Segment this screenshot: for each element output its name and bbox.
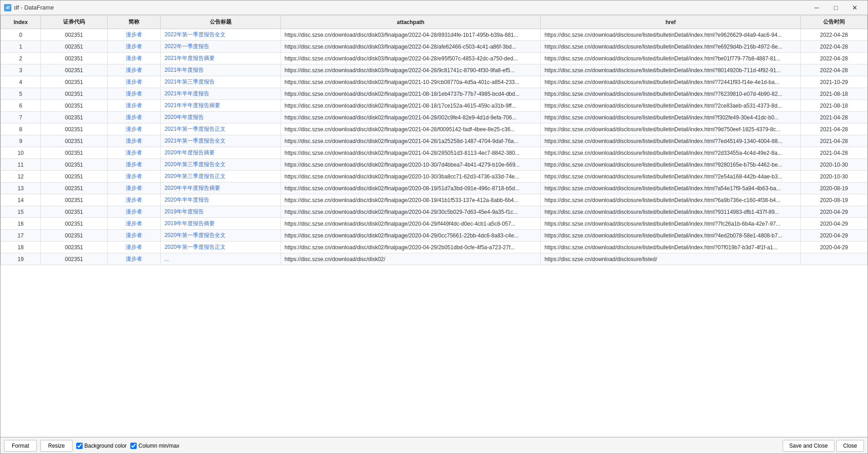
- maximize-button[interactable]: □: [827, 2, 845, 13]
- table-cell: 16: [1, 218, 41, 230]
- window-title: df - DataFrame: [14, 4, 54, 11]
- table-cell: https://disc.szse.cn/download/disclosure…: [541, 100, 801, 112]
- table-cell: 002351: [41, 53, 108, 64]
- table-cell: 2021-04-28: [801, 135, 868, 147]
- table-cell: https://disc.szse.cn/download/disc/disk0…: [281, 123, 541, 135]
- table-cell: 2020-08-19: [801, 183, 868, 194]
- table-cell: 2021-08-18: [801, 100, 868, 112]
- table-row: 8002351漫步者2021年第一季度报告正文https://disc.szse…: [1, 123, 868, 135]
- table-cell: 2020-08-19: [801, 194, 868, 206]
- format-button[interactable]: Format: [4, 440, 37, 452]
- table-cell: 2022-04-28: [801, 53, 868, 64]
- table-cell: https://disc.szse.cn/download/disclosure…: [541, 171, 801, 183]
- table-cell: 18: [1, 242, 41, 253]
- table-cell: 5: [1, 88, 41, 100]
- table-cell: 漫步者: [107, 206, 160, 218]
- col-header-href: href: [541, 15, 801, 29]
- table-cell: 3: [1, 64, 41, 76]
- table-cell: 002351: [41, 194, 108, 206]
- table-cell: 2020-04-29: [801, 230, 868, 242]
- table-cell: https://disc.szse.cn/download/disclosure…: [541, 218, 801, 230]
- table-cell: 2021-04-28: [801, 123, 868, 135]
- table-cell: https://disc.szse.cn/download/disc/disk0…: [281, 147, 541, 159]
- table-cell: 漫步者: [107, 29, 160, 41]
- table-cell: 2021年年度报告摘要: [161, 53, 281, 64]
- save-close-button[interactable]: Save and Close: [783, 440, 835, 452]
- table-cell: 002351: [41, 253, 108, 265]
- table-cell: https://disc.szse.cn/download/disc/disk0…: [281, 159, 541, 171]
- table-cell: 19: [1, 253, 41, 265]
- table-cell: 漫步者: [107, 194, 160, 206]
- table-cell: 2020年年度报告: [161, 112, 281, 123]
- bg-color-checkbox[interactable]: [76, 443, 83, 449]
- table-cell: 2020年第三季度报告全文: [161, 159, 281, 171]
- table-cell: https://disc.szse.cn/download/disc/disk0…: [281, 100, 541, 112]
- table-cell: 002351: [41, 242, 108, 253]
- table-row: 3002351漫步者2021年年度报告https://disc.szse.cn/…: [1, 64, 868, 76]
- table-cell: https://disc.szse.cn/download/disc/disk0…: [281, 53, 541, 64]
- col-minmax-checkbox-label[interactable]: Column min/max: [130, 443, 179, 449]
- table-cell: 11: [1, 159, 41, 171]
- table-cell: 002351: [41, 100, 108, 112]
- minimize-button[interactable]: ─: [808, 2, 826, 13]
- table-cell: 10: [1, 147, 41, 159]
- table-row: 19002351漫步者...https://disc.szse.cn/downl…: [1, 253, 868, 265]
- table-cell: 2020-04-29: [801, 218, 868, 230]
- table-container[interactable]: Index 证券代码 简称 公告标题 attachpath href 公告时间 …: [0, 15, 868, 437]
- table-body: 0002351漫步者2022年第一季度报告全文https://disc.szse…: [1, 29, 868, 265]
- table-cell: 2020-10-30: [801, 159, 868, 171]
- app-icon: df: [4, 4, 11, 11]
- table-row: 4002351漫步者2021年第三季度报告https://disc.szse.c…: [1, 76, 868, 88]
- table-row: 17002351漫步者2020年第一季度报告全文https://disc.szs…: [1, 230, 868, 242]
- table-cell: 2022-04-28: [801, 64, 868, 76]
- table-cell: 2019年年度报告: [161, 206, 281, 218]
- col-minmax-checkbox[interactable]: [130, 443, 137, 449]
- table-cell: 2020年年度报告摘要: [161, 147, 281, 159]
- table-cell: 漫步者: [107, 183, 160, 194]
- table-cell: 002351: [41, 64, 108, 76]
- table-cell: 2020-04-29: [801, 242, 868, 253]
- table-cell: 0: [1, 29, 41, 41]
- table-cell: 002351: [41, 147, 108, 159]
- table-cell: 2021年第三季度报告: [161, 76, 281, 88]
- table-cell: 15: [1, 206, 41, 218]
- table-row: 16002351漫步者2019年年度报告摘要https://disc.szse.…: [1, 218, 868, 230]
- table-cell: 002351: [41, 206, 108, 218]
- table-cell: 2022年第一季度报告全文: [161, 29, 281, 41]
- table-row: 5002351漫步者2021年半年度报告https://disc.szse.cn…: [1, 88, 868, 100]
- table-cell: 2022-04-28: [801, 29, 868, 41]
- bg-color-checkbox-label[interactable]: Background color: [76, 443, 127, 449]
- table-cell: 9: [1, 135, 41, 147]
- status-bar: Format Resize Background color Column mi…: [0, 437, 868, 454]
- table-cell: https://disc.szse.cn/download/disclosure…: [541, 135, 801, 147]
- resize-button[interactable]: Resize: [40, 440, 73, 452]
- table-cell: https://disc.szse.cn/download/disclosure…: [541, 88, 801, 100]
- col-header-date: 公告时间: [801, 15, 868, 29]
- table-cell: 漫步者: [107, 253, 160, 265]
- table-cell: 2021-10-29: [801, 76, 868, 88]
- close-button[interactable]: Close: [836, 440, 864, 452]
- table-cell: 漫步者: [107, 242, 160, 253]
- table-cell: 漫步者: [107, 64, 160, 76]
- table-cell: 2020年半年度报告摘要: [161, 183, 281, 194]
- table-cell: 002351: [41, 29, 108, 41]
- table-row: 12002351漫步者2020年第三季度报告正文https://disc.szs…: [1, 171, 868, 183]
- table-cell: https://disc.szse.cn/download/disclosure…: [541, 253, 801, 265]
- table-cell: 2021年半年度报告摘要: [161, 100, 281, 112]
- title-bar-controls: ─ □ ✕: [808, 2, 864, 13]
- dataframe-table: Index 证券代码 简称 公告标题 attachpath href 公告时间 …: [0, 15, 868, 265]
- window-close-button[interactable]: ✕: [846, 2, 864, 13]
- table-row: 18002351漫步者2020年第一季度报告正文https://disc.szs…: [1, 242, 868, 253]
- col-header-index: Index: [1, 15, 41, 29]
- table-row: 13002351漫步者2020年半年度报告摘要https://disc.szse…: [1, 183, 868, 194]
- table-cell: https://disc.szse.cn/download/disclosure…: [541, 76, 801, 88]
- table-cell: https://disc.szse.cn/download/disclosure…: [541, 242, 801, 253]
- col-header-name: 简称: [107, 15, 160, 29]
- table-cell: 漫步者: [107, 112, 160, 123]
- table-cell: https://disc.szse.cn/download/disc/disk0…: [281, 218, 541, 230]
- table-cell: https://disc.szse.cn/download/disc/disk0…: [281, 230, 541, 242]
- table-cell: https://disc.szse.cn/download/disclosure…: [541, 194, 801, 206]
- bg-color-label: Background color: [84, 443, 127, 449]
- table-cell: 2021年年度报告: [161, 64, 281, 76]
- table-cell: 2020年半年度报告: [161, 194, 281, 206]
